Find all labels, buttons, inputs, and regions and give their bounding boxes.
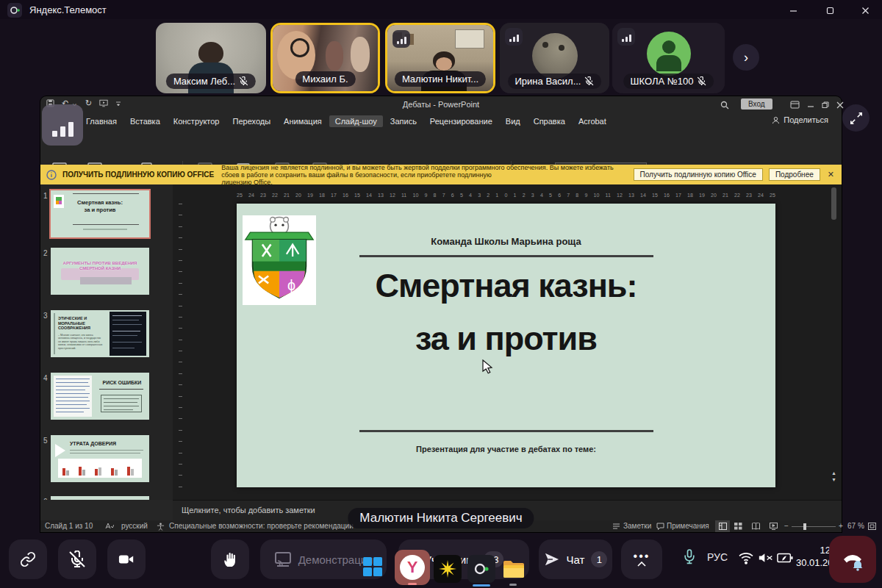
tab-zapis[interactable]: Запись — [384, 115, 423, 127]
accessibility-status[interactable]: Специальные возможности: проверьте реком… — [169, 522, 354, 530]
ppt-titlebar: ↶ ⌄ ↻ Дебаты - PowerPoint Вход — [40, 96, 842, 114]
yandex-browser-icon[interactable]: Y — [395, 550, 430, 585]
banner-message: Ваша лицензия не является подлинной, и в… — [221, 164, 633, 186]
wifi-icon[interactable] — [738, 551, 754, 564]
accessibility-icon — [157, 523, 165, 531]
camera-button[interactable] — [107, 539, 146, 579]
expand-fullscreen-button[interactable] — [842, 104, 870, 132]
cat-avatar — [532, 33, 578, 79]
slide-title-line2: за и против — [237, 320, 775, 358]
thumb-number: 3 — [43, 312, 48, 320]
get-genuine-office-button[interactable]: Получить подлинную копию Office — [634, 168, 763, 181]
participant-tile-mikhail[interactable]: Михаил Б. — [270, 23, 380, 93]
tray-language[interactable]: РУС — [707, 551, 728, 563]
ruler-tick: 16 — [664, 193, 670, 198]
ribbon-options-icon[interactable] — [790, 101, 800, 109]
maximize-button[interactable] — [817, 2, 842, 18]
zoom-in-icon[interactable]: + — [839, 522, 843, 530]
zoom-out-icon[interactable]: − — [784, 522, 789, 530]
ruler-tick: 11 — [606, 193, 611, 198]
ruler-tick: 2 — [487, 193, 490, 198]
ruler-tick: 24 — [248, 193, 254, 198]
participant-tile-irina[interactable]: Ирина Васил... — [500, 23, 609, 93]
tab-spravka[interactable]: Справка — [528, 115, 571, 127]
presenter-name-overlay: Малютин Никита Сергеевич — [348, 508, 534, 528]
close-button[interactable] — [853, 2, 878, 18]
ruler-tick: 25 — [237, 193, 243, 198]
tab-vstavka[interactable]: Вставка — [124, 115, 166, 127]
ppt-close-button[interactable] — [836, 101, 844, 109]
fit-window-icon[interactable] — [868, 523, 876, 530]
view-normal-button[interactable] — [715, 520, 730, 532]
signal-bars-icon — [392, 30, 410, 48]
slide-thumbnail-3[interactable]: ЭТИЧЕСКИЕ И МОРАЛЬНЫЕ СООБРАЖЕНИЯ – Мног… — [51, 310, 149, 357]
tab-animatsiya[interactable]: Анимация — [278, 115, 328, 127]
slide-thumbnail-4[interactable]: РИСК ОШИБКИ — [51, 373, 149, 420]
notes-toggle[interactable]: Заметки — [623, 522, 651, 530]
language-status[interactable]: русский — [121, 522, 148, 530]
person-icon — [772, 116, 780, 124]
file-explorer-icon[interactable] — [501, 557, 526, 582]
learn-more-button[interactable]: Подробнее — [769, 168, 820, 181]
view-slideshow-button[interactable] — [770, 523, 778, 530]
tray-mic-icon[interactable] — [682, 548, 697, 566]
editor-area: 1 Смертная казнь:за и против 2 — [40, 184, 842, 500]
ppt-minimize-button[interactable] — [807, 103, 814, 110]
search-icon[interactable] — [720, 101, 729, 110]
ppt-restore-button[interactable] — [822, 101, 829, 109]
tab-vid[interactable]: Вид — [500, 115, 526, 127]
raise-hand-button[interactable] — [211, 539, 249, 579]
spelling-icon[interactable] — [105, 523, 114, 531]
ribbon-tabs: Главная Вставка Конструктор Переходы Ани… — [40, 114, 842, 128]
telemost-taskbar-icon[interactable] — [467, 555, 495, 583]
tab-perekhody[interactable]: Переходы — [226, 115, 276, 127]
participant-tile-maksim[interactable]: Максим Леб... — [156, 23, 266, 93]
participant-tile-school[interactable]: ШКОЛА №100 — [612, 23, 725, 93]
tab-konstruktor[interactable]: Конструктор — [168, 115, 226, 127]
vertical-scrollbar[interactable] — [831, 184, 837, 487]
view-sorter-button[interactable] — [734, 523, 742, 530]
slide-thumbnail-1[interactable]: Смертная казнь:за и против — [51, 190, 149, 237]
thumb-number: 4 — [43, 374, 48, 382]
slide-thumbnail-2[interactable]: АРГУМЕНТЫ ПРОТИВ ВВЕДЕНИЯ СМЕРТНОЙ КАЗНИ — [51, 248, 149, 295]
share-button[interactable]: Поделиться — [772, 115, 828, 124]
volume-muted-icon[interactable] — [759, 551, 773, 564]
participant-name: Максим Леб... — [173, 76, 235, 87]
more-options-button[interactable]: ••• — [621, 539, 662, 579]
slide-counter: Слайд 1 из 10 — [45, 522, 93, 530]
view-reading-button[interactable] — [752, 523, 760, 530]
participant-tile-malyutin[interactable]: Малютин Никит... — [385, 23, 495, 93]
redo-icon[interactable]: ↻ — [85, 98, 92, 108]
tab-slideshow[interactable]: Слайд-шоу — [329, 115, 383, 127]
powerpoint-window: ↶ ⌄ ↻ Дебаты - PowerPoint Вход Главная В… — [40, 96, 842, 532]
end-call-button[interactable] — [829, 536, 876, 583]
windows-start-icon[interactable] — [362, 556, 384, 578]
tab-glavnaya[interactable]: Главная — [80, 115, 123, 127]
slide-thumbnail-6[interactable]: АРГУМЕНТЫ ЗА ВВЕДЕНИЕСМЕРТНОЙ КАЗНИ — [51, 496, 149, 500]
starburst-app-icon[interactable] — [434, 555, 462, 583]
chat-button[interactable]: Чат 1 — [539, 539, 612, 579]
whiteboard — [455, 29, 484, 49]
copy-link-button[interactable] — [9, 539, 47, 579]
next-participants-button[interactable]: › — [733, 44, 759, 71]
banner-close-icon[interactable]: ✕ — [828, 170, 834, 179]
glasses — [290, 38, 309, 57]
zoom-level[interactable]: 67 % — [847, 522, 864, 530]
ruler-tick: 14 — [640, 193, 646, 198]
slide-thumbnail-5[interactable]: УТРАТА ДОВЕРИЯ — [51, 435, 149, 482]
tab-retsenzirovanie[interactable]: Рецензирование — [424, 115, 498, 127]
zoom-slider-track[interactable] — [792, 526, 836, 527]
signin-button[interactable]: Вход — [741, 98, 772, 110]
scrollbar-thumb[interactable] — [831, 187, 836, 220]
slideshow-icon[interactable] — [99, 99, 108, 107]
tab-acrobat[interactable]: Acrobat — [573, 115, 612, 127]
slide-nav-arrows[interactable]: ▴▾ — [829, 470, 839, 483]
comments-toggle[interactable]: Примечания — [667, 522, 709, 530]
minimize-button[interactable] — [781, 2, 806, 18]
slide-canvas[interactable]: ϕ Команда Школы Марьина роща Смертная ка… — [237, 204, 775, 487]
qat-customize-icon[interactable] — [115, 101, 121, 106]
telemost-logo-icon — [7, 3, 22, 18]
zoom-slider-thumb[interactable] — [803, 523, 806, 530]
microphone-button[interactable] — [58, 539, 96, 579]
person-avatar — [647, 32, 691, 76]
